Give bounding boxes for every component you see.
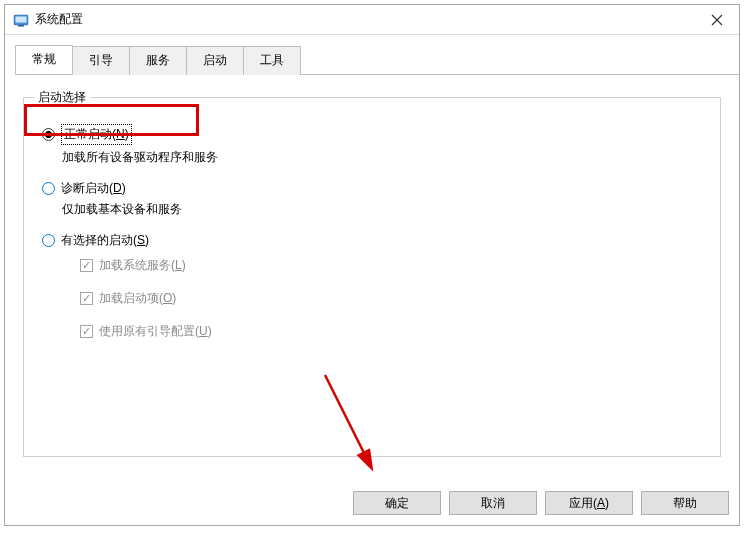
svg-rect-1: [16, 16, 27, 22]
check-load-startup-items[interactable]: ✓ 加载启动项(O): [80, 290, 708, 307]
svg-rect-2: [18, 25, 24, 27]
group-title: 启动选择: [34, 89, 90, 106]
window-title: 系统配置: [35, 11, 694, 28]
apply-button[interactable]: 应用(A): [545, 491, 633, 515]
cancel-button[interactable]: 取消: [449, 491, 537, 515]
button-label: 取消: [481, 495, 505, 512]
radio-label: 诊断启动(D): [61, 180, 126, 197]
selective-checks: ✓ 加载系统服务(L) ✓ 加载启动项(O) ✓ 使用原有引导配置(U): [80, 257, 708, 340]
radio-icon: [42, 234, 55, 247]
radio-normal-startup[interactable]: 正常启动(N): [42, 124, 708, 145]
button-label: 确定: [385, 495, 409, 512]
check-label: 加载启动项(O): [99, 290, 176, 307]
close-button[interactable]: [694, 5, 739, 35]
app-icon: [13, 12, 29, 28]
check-load-system-services[interactable]: ✓ 加载系统服务(L): [80, 257, 708, 274]
radio-diagnostic-desc: 仅加载基本设备和服务: [62, 201, 708, 218]
ok-button[interactable]: 确定: [353, 491, 441, 515]
checkbox-icon: ✓: [80, 292, 93, 305]
radio-diagnostic-startup[interactable]: 诊断启动(D): [42, 180, 708, 197]
checkbox-icon: ✓: [80, 259, 93, 272]
checkbox-icon: ✓: [80, 325, 93, 338]
check-use-original-boot[interactable]: ✓ 使用原有引导配置(U): [80, 323, 708, 340]
tab-startup[interactable]: 启动: [186, 46, 244, 75]
radio-label: 有选择的启动(S): [61, 232, 149, 249]
startup-selection-group: 启动选择 正常启动(N) 加载所有设备驱动程序和服务 诊断启动(D) 仅加载基本…: [23, 97, 721, 457]
radio-icon: [42, 182, 55, 195]
radio-icon: [42, 128, 55, 141]
button-label: 帮助: [673, 495, 697, 512]
tab-general[interactable]: 常规: [15, 45, 73, 74]
dialog-buttons: 确定 取消 应用(A) 帮助: [5, 481, 739, 525]
radio-selective-startup[interactable]: 有选择的启动(S): [42, 232, 708, 249]
tab-label: 服务: [146, 53, 170, 67]
radio-normal-desc: 加载所有设备驱动程序和服务: [62, 149, 708, 166]
tab-label: 引导: [89, 53, 113, 67]
radio-label: 正常启动(N): [61, 124, 132, 145]
tab-label: 工具: [260, 53, 284, 67]
tab-label: 启动: [203, 53, 227, 67]
tab-page-general: 启动选择 正常启动(N) 加载所有设备驱动程序和服务 诊断启动(D) 仅加载基本…: [5, 75, 739, 481]
help-button[interactable]: 帮助: [641, 491, 729, 515]
tab-services[interactable]: 服务: [129, 46, 187, 75]
check-label: 加载系统服务(L): [99, 257, 186, 274]
titlebar: 系统配置: [5, 5, 739, 35]
tab-label: 常规: [32, 52, 56, 66]
tab-strip: 常规 引导 服务 启动 工具: [15, 45, 739, 75]
tab-boot[interactable]: 引导: [72, 46, 130, 75]
check-label: 使用原有引导配置(U): [99, 323, 212, 340]
button-label: 应用(A): [569, 495, 609, 512]
msconfig-window: 系统配置 常规 引导 服务 启动 工具 启动选择 正常启动(N) 加载所有设备驱…: [4, 4, 740, 526]
tab-tools[interactable]: 工具: [243, 46, 301, 75]
